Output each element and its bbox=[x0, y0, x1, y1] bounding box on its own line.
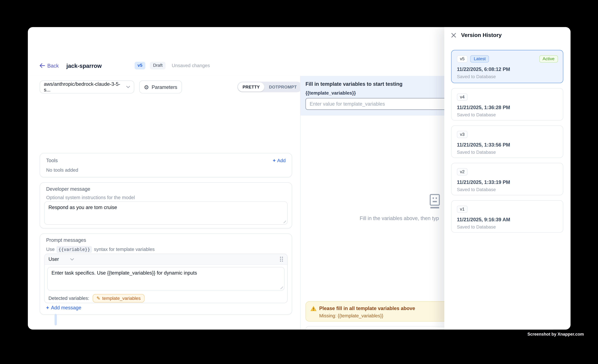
active-badge: Active bbox=[539, 55, 558, 62]
page-title: jack-sparrow bbox=[66, 62, 102, 69]
warning-triangle-icon bbox=[310, 306, 316, 311]
developer-message-card: Developer message Optional system instru… bbox=[40, 182, 292, 229]
add-message-label: Add message bbox=[51, 305, 81, 310]
latest-badge: Latest bbox=[470, 55, 489, 62]
template-variable-badge[interactable]: ✎ template_variables bbox=[93, 294, 144, 303]
gear-icon: ⚙ bbox=[144, 84, 149, 90]
model-select-value: aws/anthropic/bedrock-claude-3-5-s... bbox=[44, 81, 126, 93]
drag-handle-icon[interactable] bbox=[280, 256, 283, 262]
parameters-button[interactable]: ⚙ Parameters bbox=[139, 81, 182, 93]
version-history-header: Version History bbox=[444, 27, 571, 38]
robot-face-icon bbox=[428, 193, 442, 209]
detected-variables-label: Detected variables: bbox=[48, 296, 89, 301]
watermark-text: Screenshot by Xnapper.com bbox=[527, 332, 584, 336]
version-card[interactable]: v5 Latest Active 11/22/2025, 6:08:12 PM … bbox=[451, 50, 563, 83]
unsaved-changes-label: Unsaved changes bbox=[172, 63, 210, 68]
fill-variables-title: Fill in template variables to start test… bbox=[306, 81, 403, 87]
version-history-title: Version History bbox=[461, 32, 502, 38]
format-toggle: PRETTY DOTPROMPT bbox=[237, 82, 302, 92]
empty-state-text: Fill in the variables above, then typ bbox=[360, 215, 439, 221]
version-chips-row: v4 bbox=[457, 93, 558, 100]
app-window: Back jack-sparrow v5 Draft Unsaved chang… bbox=[28, 27, 571, 330]
warning-title: Please fill in all template variables ab… bbox=[319, 306, 415, 311]
add-message-button[interactable]: + Add message bbox=[46, 305, 81, 310]
version-timestamp: 11/21/2025, 9:16:39 AM bbox=[457, 216, 558, 222]
add-tool-label: Add bbox=[277, 158, 286, 163]
version-chips-row: v3 bbox=[457, 131, 558, 138]
draft-badge: Draft bbox=[150, 62, 166, 69]
pencil-icon: ✎ bbox=[97, 296, 100, 301]
chevron-down-icon[interactable] bbox=[70, 258, 74, 260]
message-role-header: User bbox=[45, 254, 287, 265]
back-button[interactable]: Back bbox=[40, 63, 59, 68]
hint-suffix: syntax for template variables bbox=[94, 247, 155, 252]
template-variable-label: {{template_variables}} bbox=[306, 90, 356, 96]
prompt-messages-hint: Use {{variable}} syntax for template var… bbox=[40, 243, 292, 253]
template-variable-name: template_variables bbox=[102, 296, 141, 301]
toggle-dotprompt[interactable]: DOTPROMPT bbox=[264, 82, 301, 91]
version-timestamp: 11/21/2025, 1:33:56 PM bbox=[457, 142, 558, 147]
detected-variables-row: Detected variables: ✎ template_variables bbox=[48, 294, 144, 303]
developer-message-textarea[interactable]: Respond as you are tom cruise bbox=[44, 201, 288, 225]
version-number-badge: v1 bbox=[457, 206, 468, 213]
version-timestamp: 11/21/2025, 1:36:28 PM bbox=[457, 104, 558, 110]
tools-empty-text: No tools added bbox=[40, 163, 292, 173]
tools-title: Tools bbox=[46, 157, 58, 163]
version-source: Saved to Database bbox=[457, 112, 558, 117]
version-chips-row: v1 bbox=[457, 206, 558, 213]
editor-pane: aws/anthropic/bedrock-claude-3-5-s... ⚙ … bbox=[28, 76, 300, 330]
prompt-messages-title: Prompt messages bbox=[40, 234, 292, 243]
add-tool-button[interactable]: + Add bbox=[273, 158, 286, 163]
version-timestamp: 11/21/2025, 1:33:19 PM bbox=[457, 179, 558, 185]
toggle-pretty[interactable]: PRETTY bbox=[238, 82, 264, 91]
version-card[interactable]: v4 11/21/2025, 1:36:28 PM Saved to Datab… bbox=[451, 88, 563, 121]
version-list: v5 Latest Active 11/22/2025, 6:08:12 PM … bbox=[451, 50, 563, 238]
version-card[interactable]: v2 11/21/2025, 1:33:19 PM Saved to Datab… bbox=[451, 163, 563, 195]
version-number-badge: v2 bbox=[457, 168, 468, 175]
prompt-messages-card: Prompt messages Use {{variable}} syntax … bbox=[40, 233, 292, 315]
plus-icon: + bbox=[46, 305, 49, 310]
version-source: Saved to Database bbox=[457, 74, 558, 79]
plus-icon: + bbox=[273, 158, 276, 163]
message-textarea[interactable]: Enter task specifics. Use {{template_var… bbox=[47, 267, 284, 291]
version-source: Saved to Database bbox=[457, 187, 558, 192]
hint-prefix: Use bbox=[46, 247, 55, 252]
close-icon[interactable] bbox=[451, 33, 456, 38]
role-select[interactable]: User bbox=[48, 256, 59, 262]
variable-syntax-chip: {{variable}} bbox=[57, 246, 92, 253]
tools-card: Tools + Add No tools added bbox=[40, 153, 292, 177]
screenshot-stage: Back jack-sparrow v5 Draft Unsaved chang… bbox=[0, 0, 598, 364]
version-timestamp: 11/22/2025, 6:08:12 PM bbox=[457, 66, 558, 72]
app-header: Back jack-sparrow v5 Draft Unsaved chang… bbox=[40, 60, 210, 71]
version-number-badge: v5 bbox=[457, 55, 468, 62]
version-source: Saved to Database bbox=[457, 149, 558, 155]
version-number-badge: v4 bbox=[457, 93, 468, 100]
prompt-message-block: User Enter task sp bbox=[44, 254, 288, 303]
developer-message-title: Developer message bbox=[40, 183, 292, 192]
back-label: Back bbox=[47, 63, 59, 68]
version-source: Saved to Database bbox=[457, 224, 558, 229]
message-field-wrap: Enter task specifics. Use {{template_var… bbox=[47, 267, 284, 291]
version-history-panel: Version History v5 Latest Active 11/22/2… bbox=[444, 27, 571, 330]
chevron-down-icon bbox=[126, 86, 130, 88]
arrow-left-icon bbox=[40, 63, 45, 68]
developer-message-field-wrap: Respond as you are tom cruise bbox=[44, 201, 288, 225]
developer-message-subtitle: Optional system instructions for the mod… bbox=[40, 192, 292, 200]
version-chips-row: v2 bbox=[457, 168, 558, 175]
version-card[interactable]: v3 11/21/2025, 1:33:56 PM Saved to Datab… bbox=[451, 125, 563, 158]
version-card[interactable]: v1 11/21/2025, 9:16:39 AM Saved to Datab… bbox=[451, 200, 563, 233]
parameters-label: Parameters bbox=[152, 84, 177, 90]
drawer-handle[interactable] bbox=[54, 314, 57, 325]
model-select[interactable]: aws/anthropic/bedrock-claude-3-5-s... bbox=[40, 81, 134, 93]
version-number-badge: v3 bbox=[457, 131, 468, 138]
version-badge: v5 bbox=[134, 62, 145, 69]
